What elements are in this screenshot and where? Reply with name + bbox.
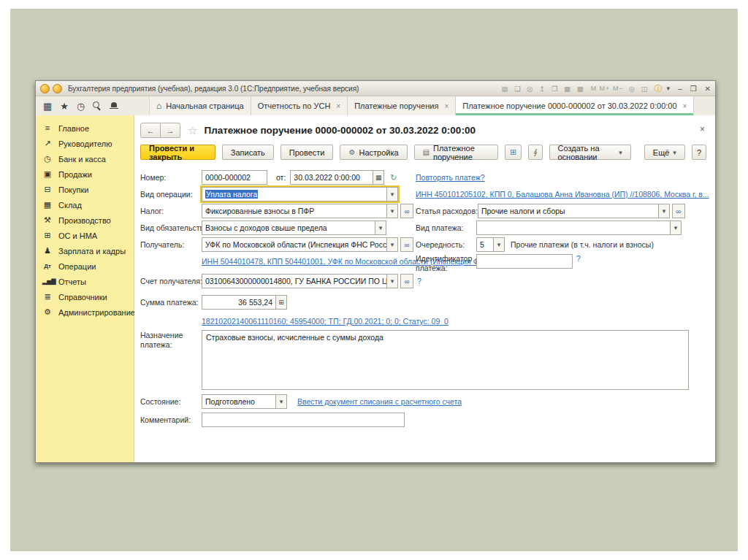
related-documents-button[interactable]: ⊞ bbox=[505, 145, 522, 160]
chevron-down-icon[interactable]: ▾ bbox=[276, 394, 287, 409]
close-tab-icon[interactable]: × bbox=[336, 102, 340, 110]
sidebar-item-proizvodstvo[interactable]: ⚒Производство bbox=[36, 212, 134, 228]
comment-input[interactable] bbox=[202, 413, 405, 427]
identifier-help-link[interactable]: ? bbox=[576, 254, 581, 263]
minimize-button[interactable]: – bbox=[678, 85, 682, 93]
history-icon[interactable]: ◷ bbox=[77, 101, 85, 111]
purpose-textarea[interactable]: Страховые взносы, исчисленные с суммы до… bbox=[202, 330, 689, 390]
sidebar-item-prodazhi[interactable]: ▣Продажи bbox=[36, 166, 134, 182]
attachments-button[interactable]: ∮ bbox=[528, 145, 542, 160]
chevron-down-icon[interactable]: ▾ bbox=[387, 237, 398, 252]
sidebar-item-rukovoditelyu[interactable]: ↗Руководителю bbox=[36, 136, 134, 151]
sidebar-item-administrirovanie[interactable]: ⚙Администрирование bbox=[36, 304, 134, 320]
main-area: ≡Главное ↗Руководителю ◷Банк и касса ▣Пр… bbox=[36, 115, 715, 462]
number-input[interactable]: 0000-000002 bbox=[202, 170, 267, 185]
open-link-icon[interactable]: ∞ bbox=[672, 204, 685, 218]
dropdown-glyph: ▾ bbox=[497, 241, 501, 248]
bar-chart-icon: ▂▅▇ bbox=[42, 279, 53, 285]
post-button[interactable]: Провести bbox=[280, 145, 334, 160]
favorites-star-icon[interactable]: ★ bbox=[60, 101, 69, 111]
set-current-date-icon[interactable]: ↻ bbox=[390, 173, 397, 183]
chevron-down-icon[interactable]: ▾ bbox=[659, 204, 670, 218]
enter-writeoff-document-link[interactable]: Ввести документ списания с расчетного сч… bbox=[297, 397, 462, 406]
search-icon[interactable] bbox=[93, 101, 102, 110]
sidebar-item-zarplata-kadry[interactable]: ♟Зарплата и кадры bbox=[36, 243, 134, 258]
back-button[interactable]: ← bbox=[140, 123, 161, 138]
state-combobox[interactable]: Подготовлено bbox=[202, 394, 276, 409]
chevron-down-icon[interactable]: ▾ bbox=[494, 237, 505, 252]
sidebar-item-os-nma[interactable]: ⊞ОС и НМА bbox=[36, 228, 134, 243]
sidebar-item-operacii[interactable]: ДтОперации bbox=[36, 258, 134, 274]
amount-label: Сумма платежа: bbox=[140, 298, 202, 307]
print-payment-order-button[interactable]: ▤Платежное поручение bbox=[414, 145, 498, 160]
operation-type-value: Уплата налога bbox=[205, 190, 258, 199]
repeat-payment-link[interactable]: Повторять платеж? bbox=[416, 173, 485, 182]
app-menu-icon[interactable] bbox=[53, 84, 62, 93]
chevron-down-icon[interactable]: ▾ bbox=[387, 274, 398, 288]
tax-combobox[interactable]: Фиксированные взносы в ПФР bbox=[202, 204, 387, 218]
number-value: 0000-000002 bbox=[205, 173, 251, 182]
post-and-close-button[interactable]: Провести и закрыть bbox=[140, 145, 215, 160]
expense-item-combobox[interactable]: Прочие налоги и сборы bbox=[478, 204, 659, 218]
close-tab-icon[interactable]: × bbox=[683, 102, 687, 110]
sidebar-item-spravochniki[interactable]: ≣Справочники bbox=[36, 289, 134, 304]
open-link-icon[interactable]: ∞ bbox=[400, 204, 413, 218]
tab-payment-orders[interactable]: Платежные поручения × bbox=[348, 96, 456, 115]
create-based-on-button[interactable]: Создать на основании▾ bbox=[549, 145, 631, 160]
open-link-icon[interactable]: ∞ bbox=[400, 274, 413, 288]
dropdown-glyph: ▾ bbox=[391, 277, 394, 285]
restore-button[interactable]: ❐ bbox=[690, 85, 697, 93]
chevron-down-icon: ▾ bbox=[673, 149, 676, 156]
recipient-label: Получатель: bbox=[140, 240, 202, 249]
operation-type-combobox[interactable]: Уплата налога ▾ bbox=[202, 187, 398, 202]
sidebar-item-sklad[interactable]: ▦Склад bbox=[36, 197, 134, 212]
info-chevron-down-icon[interactable]: ▾ bbox=[667, 85, 671, 92]
sidebar-item-pokupki[interactable]: ⊟Покупки bbox=[36, 182, 134, 197]
kbk-details-link[interactable]: 18210202140061110160; 45954000; ТП; ГД.0… bbox=[202, 317, 449, 326]
window-title: Бухгалтерия предприятия (учебная), редак… bbox=[68, 85, 359, 93]
account-help-link[interactable]: ? bbox=[417, 277, 421, 285]
briefcase-icon: ▣ bbox=[42, 170, 53, 178]
calendar-icon[interactable]: ▦ bbox=[373, 170, 384, 185]
payment-identifier-input[interactable] bbox=[476, 254, 573, 269]
tab-payment-order-document[interactable]: Платежное поручение 0000-000002 от 30.03… bbox=[456, 96, 694, 115]
settings-button[interactable]: ⚙Настройка bbox=[340, 145, 407, 160]
sidebar-item-otchety[interactable]: ▂▅▇Отчеты bbox=[36, 274, 134, 289]
favorite-star-icon[interactable]: ☆ bbox=[188, 124, 197, 137]
sidebar-item-glavnoe[interactable]: ≡Главное bbox=[36, 120, 134, 136]
calc-memory-buttons[interactable]: M M+ M− bbox=[591, 85, 624, 92]
chevron-down-icon[interactable]: ▾ bbox=[671, 220, 682, 235]
printer-icon: ▤ bbox=[423, 148, 430, 156]
close-window-button[interactable]: ✕ bbox=[705, 85, 711, 93]
tab-usn-report[interactable]: Отчетность по УСН × bbox=[251, 96, 348, 115]
date-input[interactable]: 30.03.2022 0:00:00 bbox=[290, 170, 373, 185]
close-form-icon[interactable]: × bbox=[700, 124, 705, 134]
help-button[interactable]: ? bbox=[692, 145, 706, 160]
notifications-bell-icon[interactable] bbox=[110, 101, 118, 110]
sidebar-item-bank-kassa[interactable]: ◷Банк и касса bbox=[36, 151, 134, 166]
open-link-icon[interactable]: ∞ bbox=[400, 237, 413, 252]
button-label: Ещё bbox=[653, 148, 670, 157]
payment-kind-combobox[interactable] bbox=[476, 220, 671, 235]
sidebar-item-label: Производство bbox=[58, 216, 111, 225]
chevron-down-icon[interactable]: ▾ bbox=[387, 204, 398, 218]
payment-identifier-label: Идентификатор платежа: bbox=[416, 254, 476, 272]
obligation-type-combobox[interactable]: Взносы с доходов свыше предела bbox=[202, 220, 375, 235]
recipient-account-combobox[interactable]: 03100643000000014800, ГУ БАНКА РОССИИ ПО… bbox=[202, 274, 387, 288]
chevron-down-icon[interactable]: ▾ bbox=[387, 187, 398, 202]
amount-input[interactable]: 36 553,24 bbox=[202, 295, 276, 310]
close-tab-icon[interactable]: × bbox=[444, 102, 449, 110]
save-button[interactable]: Записать bbox=[222, 145, 274, 160]
more-button[interactable]: Ещё▾ bbox=[644, 145, 685, 160]
titlebar-tool-icons-2[interactable]: ◎ ◫ bbox=[629, 85, 650, 93]
calculator-icon[interactable]: ⊞ bbox=[276, 295, 287, 310]
titlebar-tool-icons[interactable]: ▤ ❏ ◎ ↥ ❐ ▦ ▦ bbox=[502, 85, 586, 93]
chevron-down-icon[interactable]: ▾ bbox=[375, 220, 386, 235]
forward-button[interactable]: → bbox=[161, 123, 180, 138]
priority-input[interactable]: 5 bbox=[476, 237, 494, 252]
payer-details-link[interactable]: ИНН 450101205102, КПП 0, Балашова Анна И… bbox=[416, 190, 709, 199]
menu-grid-icon[interactable]: ▦ bbox=[43, 101, 52, 111]
tab-home[interactable]: ⌂ Начальная страница bbox=[150, 96, 251, 115]
recipient-combobox[interactable]: УФК по Московской области (Инспекция ФНС… bbox=[202, 237, 387, 252]
info-icon[interactable]: ⓘ bbox=[654, 83, 663, 94]
